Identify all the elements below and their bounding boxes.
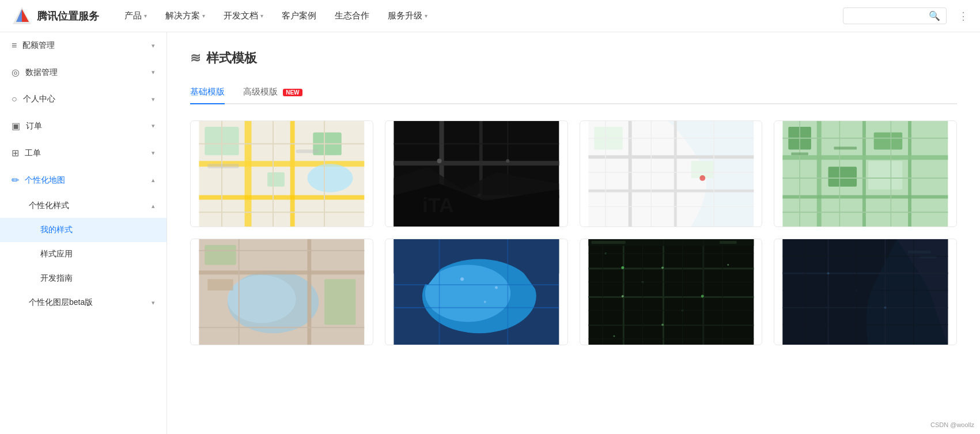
quota-icon: ≡ — [12, 40, 17, 51]
tab-basic[interactable]: 基础模版 — [190, 81, 225, 104]
svg-rect-95 — [588, 324, 754, 326]
search-icon[interactable]: 🔍 — [929, 10, 940, 21]
chevron-up-icon: ▴ — [152, 202, 155, 210]
sidebar: ≡ 配额管理 ▾ ◎ 数据管理 ▾ ○ 个人中心 ▾ ▣ 订单 — [0, 32, 167, 434]
svg-rect-135 — [920, 256, 937, 259]
nav-item-solution[interactable]: 解决方案 ▾ — [157, 0, 213, 32]
nav-item-upgrade[interactable]: 服务升级 ▾ — [380, 0, 436, 32]
main-layout: ≡ 配额管理 ▾ ◎ 数据管理 ▾ ○ 个人中心 ▾ ▣ 订单 — [0, 32, 980, 434]
map-card-blue-ocean[interactable] — [385, 239, 568, 345]
svg-rect-8 — [199, 195, 364, 200]
nav-item-docs[interactable]: 开发文档 ▾ — [215, 0, 271, 32]
svg-point-101 — [701, 295, 703, 297]
map-card-grey[interactable] — [580, 120, 763, 227]
map-thumbnail-grey — [580, 121, 762, 227]
svg-rect-28 — [393, 161, 559, 165]
map-thumbnail-blue-ocean — [385, 239, 567, 345]
svg-point-108 — [613, 335, 615, 337]
new-badge: NEW — [283, 89, 302, 96]
svg-point-80 — [425, 265, 510, 322]
chevron-down-icon: ▾ — [152, 96, 155, 103]
logo[interactable]: 腾讯位置服务 — [12, 6, 99, 27]
map-grid: iTA — [190, 120, 957, 345]
map-thumbnail-green — [774, 121, 956, 227]
svg-text:iTA: iTA — [422, 194, 454, 217]
data-icon: ◎ — [12, 67, 20, 78]
svg-point-12 — [307, 164, 353, 192]
svg-rect-66 — [834, 147, 857, 150]
sidebar-item-quota[interactable]: ≡ 配额管理 ▾ — [0, 32, 167, 59]
nav-item-product[interactable]: 产品 ▾ — [116, 0, 155, 32]
sidebar-item-profile[interactable]: ○ 个人中心 ▾ — [0, 86, 167, 112]
layers-icon: ≋ — [190, 51, 200, 66]
map-card-green[interactable] — [774, 120, 957, 227]
svg-rect-96 — [622, 239, 624, 345]
svg-rect-119 — [719, 241, 736, 244]
search-box[interactable]: 🔍 — [843, 7, 947, 24]
svg-rect-98 — [702, 239, 704, 345]
svg-point-90 — [483, 301, 486, 303]
sidebar-item-data[interactable]: ◎ 数据管理 ▾ — [0, 59, 167, 86]
svg-rect-52 — [908, 121, 911, 227]
map-card-dark[interactable]: iTA — [385, 120, 568, 227]
svg-rect-118 — [591, 241, 625, 244]
logo-text: 腾讯位置服务 — [37, 9, 99, 23]
chevron-down-icon: ▾ — [425, 13, 427, 19]
chevron-down-icon: ▾ — [152, 69, 155, 76]
profile-icon: ○ — [12, 94, 17, 104]
svg-rect-51 — [862, 121, 866, 227]
svg-rect-57 — [874, 133, 902, 150]
main-content: ≋ 样式模板 基础模版 高级模版 NEW — [167, 32, 980, 434]
map-thumbnail-standard — [191, 121, 373, 227]
sidebar-sub-item-custom-layer[interactable]: 个性化图层beta版 ▾ — [0, 290, 167, 315]
svg-rect-58 — [868, 161, 902, 189]
tab-advanced[interactable]: 高级模版 NEW — [243, 81, 302, 104]
svg-rect-36 — [628, 121, 631, 227]
nav-item-cases[interactable]: 客户案例 — [274, 0, 324, 32]
svg-rect-37 — [588, 155, 754, 158]
svg-rect-94 — [588, 296, 754, 298]
svg-rect-134 — [908, 251, 931, 254]
sidebar-sub-item-custom-style[interactable]: 个性化样式 ▴ — [0, 194, 167, 218]
map-card-lake[interactable] — [190, 239, 373, 345]
sidebar-item-order[interactable]: ▣ 订单 ▾ — [0, 112, 167, 139]
svg-point-91 — [495, 286, 498, 289]
logo-icon — [12, 6, 32, 27]
more-icon[interactable]: ⋮ — [958, 10, 968, 22]
svg-point-103 — [661, 323, 664, 326]
search-input[interactable] — [849, 12, 929, 21]
chevron-down-icon: ▾ — [260, 13, 263, 19]
svg-point-102 — [621, 295, 623, 297]
tabs: 基础模版 高级模版 NEW — [190, 81, 957, 104]
map-thumbnail-lake — [191, 239, 373, 345]
sidebar-sub-sub-item-dev-guide[interactable]: 开发指南 — [0, 266, 167, 290]
chevron-down-icon: ▾ — [152, 42, 155, 50]
sidebar-item-ticket[interactable]: ⊞ 工单 ▾ — [0, 139, 167, 167]
map-card-night-city[interactable] — [580, 239, 763, 345]
chevron-down-icon: ▾ — [144, 13, 147, 19]
svg-rect-38 — [588, 190, 754, 193]
map-card-standard[interactable] — [190, 120, 373, 227]
svg-point-99 — [621, 266, 624, 269]
nav-item-ecosystem[interactable]: 生态合作 — [327, 0, 377, 32]
header-right: ⋮ — [958, 10, 968, 22]
chevron-up-icon: ▴ — [152, 176, 155, 184]
sidebar-item-custom-map[interactable]: ✏ 个性化地图 ▴ — [0, 167, 167, 194]
header: 腾讯位置服务 产品 ▾ 解决方案 ▾ 开发文档 ▾ 客户案例 生态合作 服务升级… — [0, 0, 980, 32]
svg-rect-97 — [663, 239, 664, 345]
svg-rect-18 — [207, 164, 239, 168]
sidebar-sub-sub-item-my-style[interactable]: 我的样式 — [0, 218, 167, 242]
svg-point-125 — [827, 272, 830, 274]
svg-point-89 — [460, 277, 464, 281]
svg-rect-65 — [792, 152, 809, 155]
svg-point-31 — [506, 159, 509, 163]
svg-marker-3 — [16, 9, 22, 22]
svg-point-126 — [884, 307, 887, 309]
sidebar-sub-sub-item-style-app[interactable]: 样式应用 — [0, 242, 167, 266]
svg-point-29 — [437, 158, 441, 163]
svg-rect-77 — [207, 279, 233, 290]
svg-point-69 — [228, 275, 296, 323]
map-card-dark-navy[interactable] — [774, 239, 957, 345]
custom-map-icon: ✏ — [12, 175, 19, 186]
page-title: ≋ 样式模板 — [190, 50, 957, 67]
